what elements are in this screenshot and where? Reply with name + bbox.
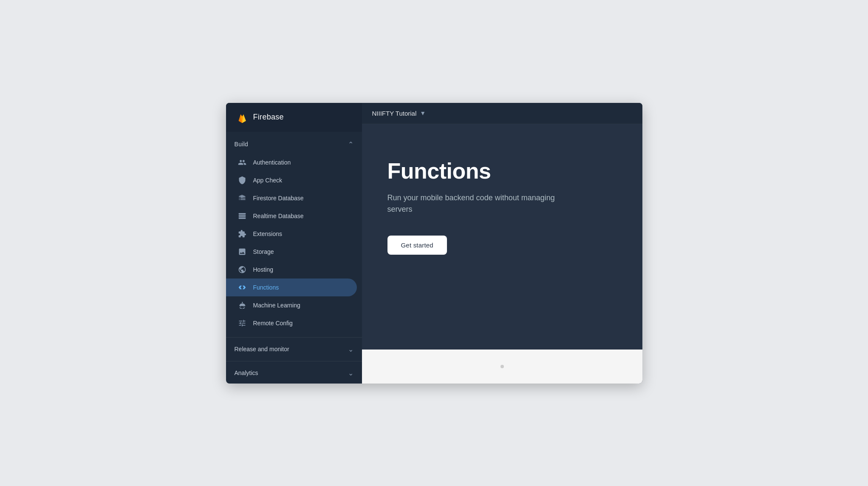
sidebar-item-hosting[interactable]: Hosting: [226, 261, 357, 279]
release-monitor-chevron-icon: ⌄: [348, 345, 353, 353]
firebase-title: Firebase: [253, 113, 284, 122]
storage-label: Storage: [253, 248, 274, 255]
section-divider-1: [226, 337, 362, 338]
sidebar-item-firestore[interactable]: Firestore Database: [226, 189, 357, 207]
robot-icon: [238, 301, 246, 310]
build-section-label: Build: [235, 141, 249, 148]
release-monitor-label: Release and monitor: [235, 346, 289, 352]
firebase-logo-icon: [236, 111, 248, 123]
database-icon: [238, 212, 246, 220]
project-selector[interactable]: NIIIFTY Tutorial ▼: [372, 110, 426, 117]
realtime-db-label: Realtime Database: [253, 213, 304, 219]
sidebar-item-functions[interactable]: Functions: [226, 279, 357, 296]
sidebar-item-extensions[interactable]: Extensions: [226, 225, 357, 243]
sidebar-item-app-check[interactable]: App Check: [226, 171, 357, 189]
project-name: NIIIFTY Tutorial: [372, 110, 417, 117]
svg-rect-0: [238, 213, 246, 214]
remote-config-label: Remote Config: [253, 320, 293, 327]
sidebar-item-ml[interactable]: Machine Learning: [226, 296, 357, 314]
sidebar-item-authentication[interactable]: Authentication: [226, 153, 357, 171]
build-chevron-icon: ⌃: [348, 140, 353, 148]
functions-label: Functions: [253, 284, 279, 291]
bottom-panel: [362, 350, 642, 384]
svg-rect-2: [238, 217, 246, 219]
main-content: NIIIFTY Tutorial ▼ Functions Run your mo…: [362, 103, 642, 384]
sidebar: Firebase Build ⌃ Authentication: [226, 103, 362, 384]
app-check-label: App Check: [253, 177, 282, 184]
project-dropdown-icon: ▼: [420, 110, 426, 117]
hosting-label: Hosting: [253, 266, 273, 273]
sidebar-item-storage[interactable]: Storage: [226, 243, 357, 261]
authentication-label: Authentication: [253, 159, 291, 166]
bottom-dot: [500, 365, 504, 368]
ml-label: Machine Learning: [253, 302, 300, 309]
analytics-section[interactable]: Analytics ⌄: [226, 363, 362, 383]
puzzle-icon: [238, 230, 246, 238]
layers-icon: [238, 194, 246, 202]
functions-icon: [238, 283, 246, 292]
svg-rect-1: [238, 215, 246, 216]
extensions-label: Extensions: [253, 230, 282, 237]
tune-icon: [238, 319, 246, 327]
top-bar: NIIIFTY Tutorial ▼: [362, 103, 642, 124]
people-icon: [238, 158, 246, 167]
photo-icon: [238, 247, 246, 256]
app-window: Firebase Build ⌃ Authentication: [226, 103, 642, 384]
sidebar-header: Firebase: [226, 103, 362, 132]
functions-content-area: Functions Run your mobile backend code w…: [362, 124, 642, 350]
shield-icon: [238, 176, 246, 185]
globe-icon: [238, 265, 246, 274]
build-section: Build ⌃ Authentication App: [226, 132, 362, 335]
sidebar-item-remote-config[interactable]: Remote Config: [226, 314, 357, 332]
firestore-label: Firestore Database: [253, 195, 304, 202]
get-started-button[interactable]: Get started: [387, 236, 447, 255]
analytics-label: Analytics: [235, 369, 258, 376]
functions-description: Run your mobile backend code without man…: [387, 192, 566, 215]
section-divider-2: [226, 361, 362, 361]
sidebar-item-realtime-db[interactable]: Realtime Database: [226, 207, 357, 225]
build-section-header[interactable]: Build ⌃: [226, 135, 362, 153]
release-monitor-section[interactable]: Release and monitor ⌄: [226, 339, 362, 359]
functions-page-title: Functions: [387, 158, 617, 184]
analytics-chevron-icon: ⌄: [348, 369, 353, 377]
